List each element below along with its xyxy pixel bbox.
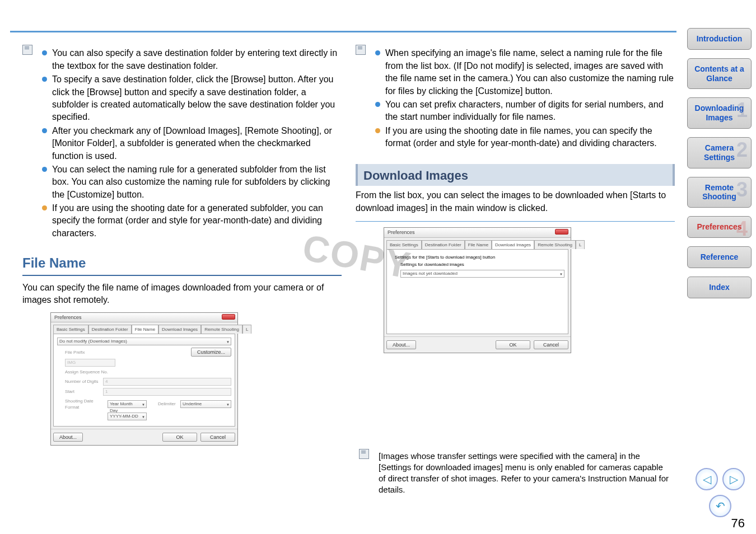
download-images-intro: From the list box, you can select the im… — [356, 189, 675, 214]
tab-filename[interactable]: File Name — [465, 240, 492, 249]
top-divider — [10, 31, 676, 32]
tab-download[interactable]: Download Images — [158, 325, 201, 334]
about-button[interactable]: About... — [386, 340, 416, 349]
tab-remote[interactable]: Remote Shooting — [534, 240, 576, 249]
right-bullet-3: If you are using the shooting date in fi… — [375, 125, 675, 150]
page-number: 76 — [731, 516, 745, 531]
left-bullet-5: If you are using the shooting date for a… — [42, 202, 342, 240]
side-nav: Introduction Contents at a Glance Downlo… — [687, 28, 752, 307]
ok-button[interactable]: OK — [162, 433, 197, 442]
tab-more[interactable]: L — [242, 325, 251, 334]
date-order-select[interactable]: Year Month Day — [108, 400, 147, 408]
tab-filename[interactable]: File Name — [132, 325, 158, 334]
tab-basic[interactable]: Basic Settings — [386, 240, 422, 249]
digits-label: Number of Digits — [57, 378, 103, 385]
about-button[interactable]: About... — [53, 433, 83, 442]
dialog-title-bar: Preferences — [51, 313, 237, 323]
left-bullet-1: You can also specify a save destination … — [42, 47, 342, 72]
nav-camera[interactable]: Camera Settings2 — [687, 137, 752, 168]
nav-remote[interactable]: Remote Shooting3 — [687, 177, 752, 208]
tab-basic[interactable]: Basic Settings — [53, 325, 88, 334]
start-input[interactable]: 1 — [103, 388, 231, 396]
start-label: Start — [57, 388, 103, 395]
dlg-heading1: Settings for the [Starts to download ima… — [390, 253, 564, 261]
bottom-note: [Images whose transfer settings were spe… — [359, 451, 671, 496]
nav-downloading[interactable]: Downloading Images1 — [687, 97, 752, 129]
dialog-tabs: Basic Settings Destination Folder File N… — [51, 322, 237, 334]
assign-seq-label: Assign Sequence No. — [57, 369, 108, 375]
dialog-title: Preferences — [54, 315, 82, 320]
left-bullet-4: You can select the naming rule for a gen… — [42, 163, 342, 201]
tab-more[interactable]: L — [576, 240, 585, 249]
left-bullet-3: After you checkmark any of [Download Ima… — [42, 125, 342, 162]
next-page-icon[interactable]: ▷ — [722, 468, 745, 490]
download-images-dialog: Preferences Basic Settings Destination F… — [384, 227, 571, 353]
rule-select[interactable]: Do not modify (Download Images) — [57, 338, 231, 345]
dlg-heading2: Settings for downloaded images — [390, 261, 564, 270]
tab-destfolder[interactable]: Destination Folder — [88, 325, 132, 334]
back-history-icon[interactable]: ↶ — [709, 495, 731, 517]
cancel-button[interactable]: Cancel — [200, 433, 235, 442]
nav-contents[interactable]: Contents at a Glance — [687, 58, 752, 90]
note-icon — [22, 45, 32, 55]
download-images-heading: Download Images — [356, 164, 675, 186]
prev-page-icon[interactable]: ◁ — [696, 468, 718, 490]
tab-remote[interactable]: Remote Shooting — [201, 325, 242, 334]
date-fmt-select[interactable]: YYYY-MM-DD — [108, 413, 147, 420]
download-select[interactable]: Images not yet downloaded — [400, 270, 564, 278]
nav-introduction[interactable]: Introduction — [687, 28, 752, 50]
delimiter-select[interactable]: Underline — [180, 400, 231, 408]
note-icon — [359, 449, 369, 459]
digits-input[interactable]: 4 — [103, 378, 231, 386]
file-name-intro: You can specify the file name of images … — [22, 282, 342, 307]
tab-destfolder[interactable]: Destination Folder — [422, 240, 465, 249]
nav-index[interactable]: Index — [687, 277, 752, 298]
dialog-title: Preferences — [388, 229, 415, 235]
nav-reference[interactable]: Reference — [687, 246, 752, 268]
file-prefix-label: File Prefix — [57, 349, 103, 355]
delimiter-label: Delimiter — [158, 401, 180, 407]
left-column: You can also specify a save destination … — [22, 45, 342, 499]
file-prefix-input[interactable]: IMG — [65, 359, 115, 367]
left-bullet-2: To specify a save destination folder, cl… — [42, 73, 342, 124]
page-nav-circles: ◁ ▷ ↶ — [694, 468, 746, 517]
section-divider — [356, 221, 675, 222]
dialog-title-bar: Preferences — [384, 228, 571, 238]
close-icon[interactable] — [555, 229, 568, 235]
note-icon — [356, 45, 366, 55]
right-bullet-1: When specifying an image's file name, se… — [375, 47, 675, 97]
file-name-heading: File Name — [22, 254, 342, 276]
tab-download[interactable]: Download Images — [492, 240, 534, 249]
date-format-label: Shooting Date Format — [57, 398, 108, 410]
cancel-button[interactable]: Cancel — [534, 340, 568, 349]
right-column: When specifying an image's file name, se… — [356, 45, 675, 499]
customize-button[interactable]: Customize... — [191, 348, 231, 357]
nav-preferences[interactable]: Preferences4 — [687, 216, 752, 238]
ok-button[interactable]: OK — [496, 340, 530, 349]
close-icon[interactable] — [222, 314, 235, 320]
file-name-dialog: Preferences Basic Settings Destination F… — [50, 312, 238, 446]
right-bullet-2: You can set prefix characters, number of… — [375, 99, 675, 124]
